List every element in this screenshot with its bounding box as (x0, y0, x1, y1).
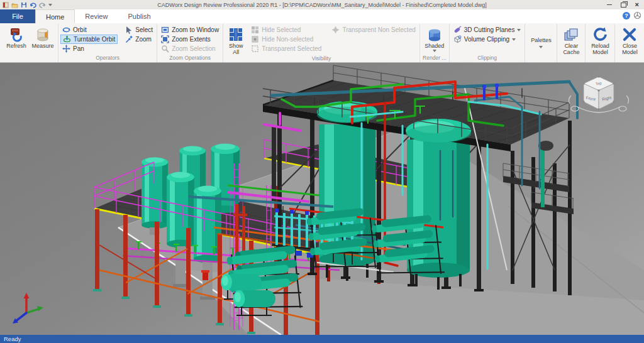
group-cache: Clear Cache (557, 24, 586, 62)
app-icon[interactable] (3, 2, 9, 8)
redo-button[interactable] (39, 2, 46, 8)
quick-access-toolbar (0, 2, 52, 8)
refresh-button[interactable]: Refresh (3, 24, 30, 49)
open-file-button[interactable] (11, 2, 18, 8)
group-reload: Reload Model (586, 24, 615, 62)
transparent-selected-button: Transparent Selected (249, 44, 323, 53)
reload-model-button[interactable]: Reload Model (587, 24, 613, 55)
shaded-button[interactable]: Shaded (422, 24, 447, 52)
minimize-button[interactable] (607, 4, 612, 5)
group-close: Close Model (615, 24, 644, 62)
tab-file[interactable]: File (0, 9, 35, 23)
group-zoom-operations: Zoom to Window Zoom Extents Zoom Selecti… (157, 24, 223, 62)
help-icon[interactable]: ? (623, 12, 630, 19)
tab-review[interactable]: Review (75, 9, 118, 23)
cutting-planes-button[interactable]: 3D Cutting Planes (452, 25, 523, 35)
titlebar: CADWorx Design Review Professional 2020 … (0, 0, 644, 9)
zoom-to-window-icon (161, 26, 169, 34)
cutting-planes-icon (453, 26, 462, 34)
orbit-button[interactable]: Orbit (60, 25, 118, 35)
undo-button[interactable] (30, 2, 36, 8)
zoom-extents-icon (161, 35, 169, 43)
select-cursor-icon (125, 26, 133, 34)
group-clipping: 3D Cutting Planes Volume Clipping Clippi… (450, 24, 526, 62)
window-title: CADWorx Design Review Professional 2020 … (0, 2, 644, 8)
zoom-extents-button[interactable]: Zoom Extents (159, 35, 221, 44)
close-button[interactable]: × (635, 2, 639, 8)
cutting-planes-caret-icon[interactable] (517, 29, 521, 31)
viewport-3d[interactable]: Top Front Right (0, 63, 644, 335)
palettes-button[interactable]: Palettes (527, 31, 555, 48)
volume-clipping-button[interactable]: Volume Clipping (452, 35, 523, 44)
axis-triad (13, 293, 43, 324)
shaded-dropdown-caret-icon[interactable] (433, 50, 436, 52)
group-operators: Orbit Turntable Orbit Pan Select (58, 24, 157, 62)
restore-button[interactable] (621, 3, 626, 8)
select-button[interactable]: Select (123, 25, 155, 35)
reload-model-icon (592, 26, 608, 43)
zoom-arrow-icon (125, 35, 133, 43)
tab-home[interactable]: Home (35, 9, 75, 23)
transparent-non-selected-icon (331, 26, 340, 34)
volume-clipping-caret-icon[interactable] (512, 38, 516, 41)
clear-cache-button[interactable]: Clear Cache (559, 24, 583, 55)
volume-clipping-icon (453, 35, 462, 43)
ribbon: Refresh Measure Orbit Turntable Orbit (0, 23, 644, 63)
pan-icon (62, 45, 70, 53)
show-all-icon (228, 26, 244, 43)
zoom-button[interactable]: Zoom (123, 35, 155, 44)
zoom-selection-button: Zoom Selection (159, 44, 221, 53)
zoom-to-window-button[interactable]: Zoom to Window (159, 25, 221, 35)
tab-publish[interactable]: Publish (118, 9, 160, 23)
pan-button[interactable]: Pan (60, 44, 118, 53)
large-tank-right (407, 139, 470, 290)
small-red-equipment (203, 271, 208, 280)
close-model-icon (621, 26, 638, 43)
orbit-icon (62, 26, 70, 34)
group-palettes: Palettes (525, 24, 557, 62)
group-visibility: Show All Hide Selected Hide Non-selected… (223, 24, 420, 62)
viewcube-rotate-right-icon[interactable] (619, 106, 626, 111)
close-model-button[interactable]: Close Model (617, 24, 642, 55)
hide-selected-button: Hide Selected (249, 25, 323, 35)
palettes-caret-icon[interactable] (539, 46, 543, 48)
qat-customize-caret-icon[interactable] (48, 4, 52, 6)
show-all-button[interactable]: Show All (225, 24, 247, 55)
transparent-selected-icon (251, 45, 259, 53)
hide-non-selected-button: Hide Non-selected (249, 35, 323, 44)
clear-cache-icon (563, 26, 579, 43)
steering-wheel-icon[interactable] (633, 11, 641, 19)
zoom-selection-icon (161, 45, 169, 53)
hide-non-selected-icon (251, 35, 259, 43)
shaded-cylinder-icon (426, 26, 443, 43)
status-bar: Ready (0, 335, 644, 343)
turntable-orbit-icon (63, 35, 71, 43)
hide-selected-icon (251, 26, 259, 34)
measure-button[interactable]: Measure (30, 24, 56, 49)
status-text: Ready (4, 335, 21, 342)
group-model-actions: Refresh Measure (1, 24, 58, 62)
refresh-icon (8, 26, 25, 43)
save-button[interactable] (21, 2, 27, 8)
viewport-3d-model: Top Front Right (0, 63, 644, 335)
transparent-non-selected-button: Transparent Non Selected (330, 25, 417, 35)
group-render: Shaded Render ... (420, 24, 450, 62)
measure-icon (35, 26, 51, 43)
ribbon-tab-bar: File Home Review Publish ? (0, 9, 644, 23)
turntable-orbit-button[interactable]: Turntable Orbit (60, 35, 118, 44)
